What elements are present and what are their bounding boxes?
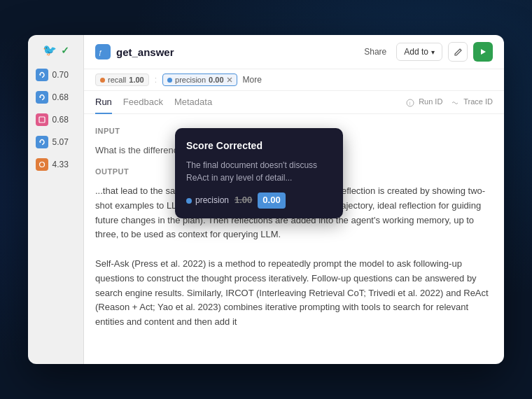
sidebar-item-value-3: 0.68 bbox=[52, 115, 69, 125]
tooltip-metric: precision 1.00 0.00 bbox=[186, 192, 332, 209]
precision-value: 0.00 bbox=[209, 76, 223, 84]
svg-marker-6 bbox=[481, 49, 486, 55]
run-button[interactable] bbox=[473, 42, 493, 62]
tooltip-new-value: 0.00 bbox=[258, 192, 285, 209]
tab-metadata[interactable]: Metadata bbox=[174, 91, 212, 114]
metrics-bar: recall 1.00 : precision 0.00 More bbox=[84, 69, 504, 91]
svg-text:i: i bbox=[410, 101, 411, 106]
header: ƒ get_answer Share Add to ▾ bbox=[84, 35, 504, 69]
sidebar-item-icon-1 bbox=[36, 69, 48, 81]
sidebar-item-value-1: 0.70 bbox=[52, 70, 69, 80]
svg-rect-2 bbox=[39, 117, 45, 122]
sidebar-item-value-4: 5.07 bbox=[52, 137, 69, 147]
sidebar-item-2[interactable]: 0.68 bbox=[31, 88, 80, 107]
sidebar: 🐦 ✓ 0.70 0.68 0.68 5.07 bbox=[28, 35, 84, 364]
page-title: get_answer bbox=[116, 46, 354, 58]
chevron-down-icon: ▾ bbox=[431, 48, 435, 56]
close-small-icon bbox=[227, 77, 232, 83]
precision-dot bbox=[167, 78, 172, 83]
tooltip-old-value: 1.00 bbox=[234, 193, 252, 208]
sidebar-item-5[interactable]: 4.33 bbox=[31, 155, 80, 174]
tabs: Run Feedback Metadata i Run ID Trace ID bbox=[84, 91, 504, 114]
logo-icon: 🐦 bbox=[43, 43, 57, 57]
header-actions: Share Add to ▾ bbox=[360, 42, 493, 62]
svg-point-4 bbox=[39, 162, 44, 167]
svg-point-0 bbox=[39, 74, 41, 76]
sidebar-item-value-5: 4.33 bbox=[52, 160, 69, 169]
svg-point-1 bbox=[39, 97, 41, 98]
tab-feedback[interactable]: Feedback bbox=[123, 91, 163, 114]
tab-run[interactable]: Run bbox=[95, 91, 112, 114]
score-corrected-tooltip: Score Corrected The final document doesn… bbox=[175, 128, 343, 218]
tooltip-metric-name: precision bbox=[186, 194, 229, 207]
run-id-label: i Run ID bbox=[406, 97, 442, 106]
sidebar-item-icon-4 bbox=[36, 136, 48, 148]
recall-label: recall bbox=[108, 76, 126, 84]
main-panel: ƒ get_answer Share Add to ▾ bbox=[84, 35, 504, 364]
precision-label: precision bbox=[175, 76, 206, 84]
function-icon: ƒ bbox=[95, 44, 111, 59]
add-to-label: Add to bbox=[404, 47, 428, 57]
add-to-button[interactable]: Add to ▾ bbox=[396, 43, 442, 61]
tooltip-title: Score Corrected bbox=[186, 138, 332, 153]
sidebar-item-icon-3 bbox=[36, 113, 48, 126]
content-area: INPUT What is the difference between ReA… bbox=[84, 114, 504, 364]
sidebar-item-icon-2 bbox=[36, 91, 48, 104]
precision-metric[interactable]: precision 0.00 bbox=[162, 74, 237, 86]
recall-metric: recall 1.00 bbox=[95, 74, 149, 86]
tooltip-metric-dot bbox=[186, 198, 192, 204]
sidebar-item-1[interactable]: 0.70 bbox=[31, 65, 80, 85]
svg-point-3 bbox=[39, 141, 41, 143]
more-button[interactable]: More bbox=[243, 75, 262, 85]
trace-id-label: Trace ID bbox=[451, 97, 493, 106]
sidebar-item-value-2: 0.68 bbox=[52, 92, 69, 102]
sidebar-item-3[interactable]: 0.68 bbox=[31, 110, 80, 130]
app-container: 🐦 ✓ 0.70 0.68 0.68 5.07 bbox=[28, 35, 504, 364]
sidebar-item-icon-5 bbox=[36, 158, 48, 171]
sidebar-item-4[interactable]: 5.07 bbox=[31, 132, 80, 152]
edit-button[interactable] bbox=[448, 42, 468, 62]
recall-value: 1.00 bbox=[129, 76, 144, 84]
svg-text:ƒ: ƒ bbox=[99, 49, 102, 56]
sidebar-header: 🐦 ✓ bbox=[43, 43, 69, 57]
tab-right-info: i Run ID Trace ID bbox=[406, 91, 493, 113]
recall-dot bbox=[100, 78, 105, 83]
check-icon: ✓ bbox=[61, 45, 69, 56]
share-button[interactable]: Share bbox=[360, 44, 391, 59]
tooltip-description: The final document doesn't discuss ReAct… bbox=[186, 159, 332, 184]
